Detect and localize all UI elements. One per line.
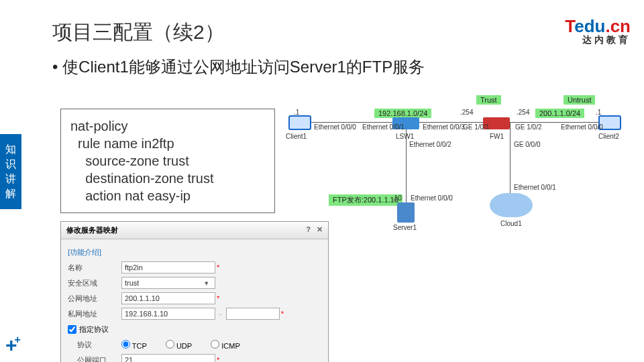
fw1-label: FW1 (490, 133, 504, 140)
cloud1-label: Cloud1 (500, 220, 522, 227)
plus-decor-icon: ++ (5, 334, 21, 357)
dialog-title: 修改服务器映射 (66, 226, 118, 234)
help-icon[interactable]: ? (306, 225, 311, 233)
side-tab-knowledge: 知识讲解 (0, 134, 21, 209)
if-eth003: Ethernet 0/0/3 (423, 123, 465, 131)
name-input[interactable] (121, 261, 215, 274)
network-diagram: Trust Untrust 192.168.1.0/24 200.1.1.0/2… (282, 94, 631, 235)
client2-host-ip: .1 (596, 109, 601, 116)
public-ip-input[interactable] (121, 292, 215, 304)
if-ge102: GE 1/0/2 (515, 123, 541, 131)
zone-untrust-label: Untrust (564, 95, 595, 105)
subnet-1-label: 192.168.1.0/24 (374, 109, 431, 118)
if-eth000-b: Ethernet 0/0/0 (561, 123, 603, 131)
server-mapping-dialog: 修改服务器映射 ? ✕ [功能介绍] 名称 * 安全区域 ▾ 公网地址 * 私网… (60, 221, 329, 362)
label-specify-protocol: 指定协议 (79, 324, 109, 335)
brand-logo: Tedu.cn 达内教育 (565, 16, 631, 46)
private-ip-input-2[interactable] (226, 308, 280, 320)
if-eth001-b: Ethernet 0/0/1 (514, 184, 556, 191)
client1-label: Client1 (286, 133, 307, 140)
if-ge101: GE 1/0/1 (463, 123, 489, 131)
zone-trust-label: Trust (476, 95, 501, 105)
lsw-254-ip: .254 (460, 109, 473, 116)
zone-select[interactable] (121, 277, 215, 289)
close-icon[interactable]: ✕ (317, 225, 323, 234)
specify-protocol-checkbox[interactable] (68, 325, 76, 334)
bullet-text: • 使Client1能够通过公网地址访问Server1的FTP服务 (52, 56, 425, 78)
nat-policy-code: nat-policy rule name in2ftp source-zone … (60, 109, 275, 213)
client1-host-ip: .1 (294, 109, 299, 116)
label-zone: 安全区域 (68, 278, 121, 288)
cloud1-icon (490, 193, 533, 217)
server1-label: Server1 (393, 224, 417, 231)
ftp-publish-label: FTP发布:200.1.1.10 (329, 194, 402, 206)
protocol-radio-tcp[interactable]: TCP (121, 340, 147, 350)
feature-intro-link[interactable]: [功能介绍] (68, 247, 101, 257)
label-private-ip: 私网地址 (68, 309, 121, 319)
client1-icon (288, 115, 311, 130)
client2-label: Client2 (598, 133, 619, 140)
if-eth002: Ethernet 0/0/2 (409, 141, 451, 148)
if-ge000: GE 0/0/0 (514, 141, 540, 148)
subnet-2-label: 200.1.1.0/24 (535, 109, 584, 118)
fw-254-ip: .254 (517, 109, 529, 116)
label-public-port: 公网端口 (77, 355, 121, 363)
label-name: 名称 (68, 263, 121, 273)
if-eth001-a: Ethernet 0/0/1 (362, 123, 405, 131)
protocol-radio-icmp[interactable]: ICMP (211, 340, 240, 350)
private-ip-input-1[interactable] (121, 308, 215, 320)
dialog-title-bar: 修改服务器映射 ? ✕ (61, 222, 328, 239)
if-eth000-c: Ethernet 0/0/0 (411, 194, 453, 202)
server1-icon (397, 202, 415, 223)
lsw1-label: LSW1 (396, 133, 414, 140)
slide-title: 项目三配置（续2） (52, 19, 225, 46)
server1-host-ip: .10 (392, 194, 402, 202)
chevron-down-icon[interactable]: ▾ (205, 279, 209, 288)
label-public-ip: 公网地址 (68, 294, 121, 304)
label-protocol: 协议 (77, 340, 121, 350)
public-port-input[interactable] (121, 354, 215, 362)
protocol-radio-udp[interactable]: UDP (166, 340, 192, 350)
if-eth000-a: Ethernet 0/0/0 (314, 123, 356, 131)
